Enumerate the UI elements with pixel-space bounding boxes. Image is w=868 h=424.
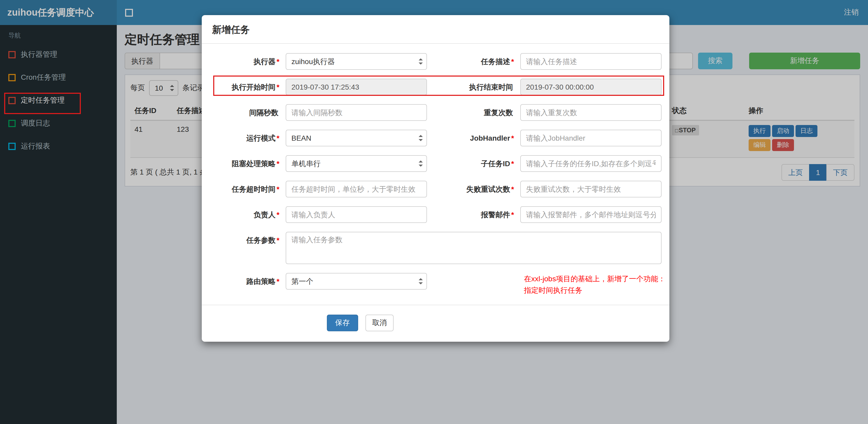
app-root: zuihou任务调度中心 注销 导航 执行器管理 Cron任务管理 定时任务管理… [0, 0, 868, 424]
job-handler-label: JobHandler* [427, 130, 520, 146]
modal-header: 新增任务 [202, 15, 670, 44]
interval-label: 间隔秒数 [212, 104, 286, 121]
author-label: 负责人* [212, 206, 286, 223]
interval-input[interactable] [286, 104, 427, 121]
job-desc-input[interactable] [520, 53, 661, 70]
start-time-label: 执行开始时间* [212, 79, 286, 95]
child-job-label: 子任务ID* [427, 155, 520, 172]
save-button[interactable]: 保存 [327, 315, 358, 331]
alarm-email-input[interactable] [520, 206, 661, 223]
modal-body: 执行器* zuihou执行器 任务描述* 执行开始时间* 执行结束时间 间隔秒数… [202, 44, 670, 296]
run-mode-label: 运行模式* [212, 130, 286, 146]
end-time-label: 执行结束时间 [427, 79, 520, 95]
select-caret-icon [418, 58, 423, 65]
start-time-input[interactable] [286, 79, 427, 95]
select-caret-icon [418, 135, 423, 141]
block-strategy-label: 阻塞处理策略* [212, 155, 286, 172]
select-caret-icon [418, 160, 423, 167]
alarm-email-label: 报警邮件* [427, 206, 520, 223]
fail-retry-input[interactable] [520, 181, 661, 197]
job-handler-input[interactable] [520, 130, 661, 146]
route-strategy-label: 路由策略* [212, 273, 286, 296]
job-desc-label: 任务描述* [427, 53, 520, 70]
end-time-input[interactable] [520, 79, 661, 95]
child-job-input[interactable] [520, 155, 661, 172]
job-param-label: 任务参数* [212, 232, 286, 264]
executor-label: 执行器* [212, 53, 286, 70]
cancel-button[interactable]: 取消 [366, 315, 394, 331]
repeat-input[interactable] [520, 104, 661, 121]
timeout-input[interactable] [286, 181, 427, 197]
repeat-label: 重复次数 [427, 104, 520, 121]
modal-title: 新增任务 [212, 25, 250, 35]
feature-note-line2: 指定时间执行任务 [524, 284, 670, 296]
modal-footer: 保存 取消 [202, 305, 670, 342]
block-strategy-select[interactable]: 单机串行 [286, 155, 427, 172]
author-input[interactable] [286, 206, 427, 223]
fail-retry-label: 失败重试次数* [427, 181, 520, 197]
select-caret-icon [418, 278, 423, 284]
route-strategy-select[interactable]: 第一个 [286, 273, 427, 290]
timeout-label: 任务超时时间* [212, 181, 286, 197]
job-param-textarea[interactable] [286, 232, 661, 264]
executor-select[interactable]: zuihou执行器 [286, 53, 427, 70]
feature-note: 在xxl-jobs项目的基础上，新增了一个功能： 指定时间执行任务 [524, 273, 670, 296]
feature-note-line1: 在xxl-jobs项目的基础上，新增了一个功能： [524, 273, 670, 284]
run-mode-select[interactable]: BEAN [286, 130, 427, 146]
add-job-modal: 新增任务 执行器* zuihou执行器 任务描述* 执行开始时间* 执行结束时间… [202, 15, 670, 342]
